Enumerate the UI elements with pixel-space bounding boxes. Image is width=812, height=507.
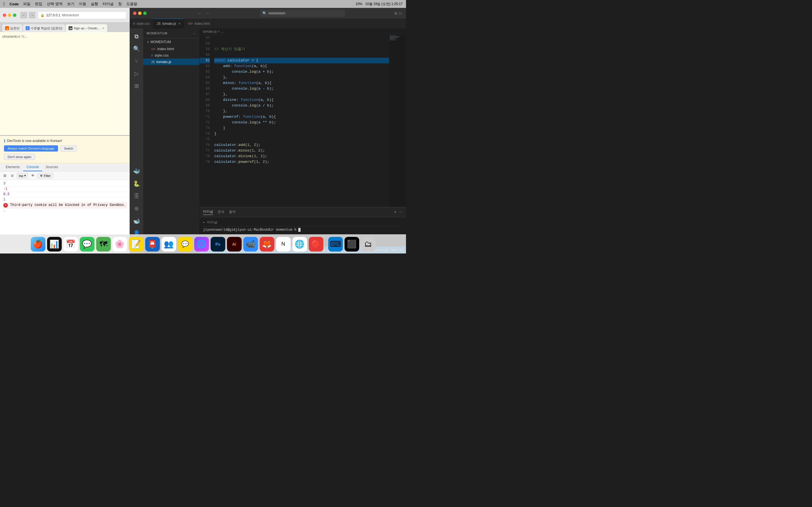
- dock-talk[interactable]: 💬: [178, 237, 193, 251]
- menu-go[interactable]: 이동: [79, 1, 86, 6]
- back-button[interactable]: ←: [20, 12, 27, 18]
- activity-database[interactable]: 🗄: [131, 190, 142, 202]
- menu-view[interactable]: 보기: [67, 1, 74, 6]
- apple-icon[interactable]: : [3, 1, 5, 6]
- dock-zoom[interactable]: 📹: [243, 237, 258, 251]
- dock-mail[interactable]: 📮: [145, 237, 160, 251]
- notification-buttons: Always match Chrome's language Switch: [4, 145, 125, 152]
- level-select[interactable]: top ▾: [17, 173, 28, 178]
- sidebar-filename-html: index.html: [157, 47, 174, 51]
- dock-notes[interactable]: 📝: [129, 237, 144, 251]
- dock-messages[interactable]: 💬: [80, 237, 94, 251]
- dock-app2[interactable]: 🔴: [309, 237, 323, 251]
- menu-terminal[interactable]: 터미널: [103, 1, 114, 6]
- code-content[interactable]: // 계산기 만들기 const calculator = { add: fun…: [212, 35, 389, 207]
- menu-edit[interactable]: 편집: [35, 1, 42, 6]
- terminal-prompt-line[interactable]: jiyoonsworld@gimjiyun-ui-MacBookAir mome…: [203, 228, 403, 232]
- sidebar-section-text: MOMENTUM: [151, 40, 171, 44]
- browser-tab-1[interactable]: Z 수준별 학습반 (입문반): [23, 24, 65, 32]
- dock-chrome[interactable]: 🌐: [292, 237, 307, 251]
- dont-show-again-button[interactable]: Don't show again: [4, 154, 35, 160]
- devtools-tab-elements[interactable]: Elements: [2, 163, 23, 171]
- terminal-instance: ▸ 터미널: [203, 219, 403, 227]
- vscode-close-button[interactable]: [133, 11, 137, 15]
- terminal-cursor: [298, 228, 301, 232]
- activity-explorer[interactable]: ⧉: [131, 31, 142, 42]
- split-editor-icon[interactable]: ⧉: [395, 11, 397, 16]
- tab-style-css[interactable]: # style.css: [130, 18, 153, 29]
- activity-python[interactable]: 🐍: [131, 178, 142, 189]
- tab-tomato-js[interactable]: JS tomato.js ✕: [153, 18, 185, 29]
- browser-tab-2[interactable]: ☁ Sign up – Cloudc... ✕: [66, 24, 107, 32]
- devtools-toolbar: ⊞ ⊘ top ▾ 👁 ⊛ Filter: [0, 172, 130, 180]
- devtools-icon-2[interactable]: ⊘: [10, 173, 15, 178]
- activity-debug[interactable]: ▷: [131, 68, 142, 79]
- forward-button[interactable]: →: [29, 12, 36, 18]
- dock-finder[interactable]: 🍎: [31, 237, 45, 251]
- sidebar-section-title[interactable]: ▼ MOMENTUM: [143, 38, 199, 46]
- sidebar-menu-icon[interactable]: ···: [193, 32, 196, 35]
- dock-photos[interactable]: 🌸: [112, 237, 127, 251]
- activity-search[interactable]: 🔍: [131, 43, 142, 54]
- tab-close-icon[interactable]: ✕: [102, 27, 104, 30]
- dock-calendar[interactable]: 📅: [63, 237, 78, 251]
- close-button[interactable]: [3, 13, 6, 17]
- dock-terminal[interactable]: ⬛: [345, 237, 359, 251]
- sidebar-file-style-css[interactable]: # style.css: [143, 52, 199, 59]
- terminal-tab-terminal[interactable]: 터미널: [203, 209, 213, 215]
- sidebar-file-index-html[interactable]: </> index.html: [143, 46, 199, 52]
- menu-help[interactable]: 도움말: [126, 1, 137, 6]
- activity-docker[interactable]: 🐋: [131, 215, 142, 226]
- minimize-button[interactable]: [8, 13, 11, 17]
- code-line-70: },: [214, 108, 389, 114]
- devtools-tab-console[interactable]: Console: [23, 163, 42, 171]
- menu-window[interactable]: 창: [118, 1, 122, 6]
- address-bar[interactable]: 🔒 127.0.0.1 Momentum: [38, 11, 126, 19]
- sidebar-file-tomato-js[interactable]: JS tomato.js: [143, 59, 199, 65]
- level-select-text: top: [19, 174, 23, 177]
- vscode-search-bar[interactable]: 🔍 momentum: [260, 10, 345, 17]
- dock-illustrator[interactable]: Ai: [227, 237, 242, 251]
- terminal-more-icon[interactable]: ···: [399, 210, 403, 215]
- vscode-maximize-button[interactable]: [143, 11, 147, 15]
- maximize-button[interactable]: [13, 13, 16, 17]
- dock-notion[interactable]: N: [276, 237, 291, 251]
- vscode-minimize-button[interactable]: [138, 11, 142, 15]
- devtools-icon-1[interactable]: ⊞: [2, 173, 7, 178]
- menu-code[interactable]: Code: [10, 2, 19, 6]
- activity-layers[interactable]: ⊛: [131, 203, 142, 214]
- terminal-tab-output[interactable]: 출력: [229, 210, 236, 215]
- switch-button[interactable]: Switch: [60, 145, 77, 152]
- tab-close-js-icon[interactable]: ✕: [178, 22, 181, 25]
- dock-app1[interactable]: 🦊: [260, 237, 274, 251]
- dock-contacts[interactable]: 👥: [161, 237, 176, 251]
- dock-photoshop[interactable]: Ps: [211, 237, 225, 251]
- run-icon[interactable]: ▷: [400, 11, 403, 16]
- menu-run[interactable]: 실행: [91, 1, 98, 6]
- menu-file[interactable]: 파일: [23, 1, 31, 6]
- activity-extensions[interactable]: ⊞: [131, 80, 142, 92]
- console-line-2: 0.5: [2, 192, 127, 197]
- tab-index-html[interactable]: </> index.html: [185, 18, 213, 29]
- always-match-button[interactable]: Always match Chrome's language: [4, 145, 58, 152]
- dock-finder2[interactable]: 🗂: [361, 237, 375, 251]
- activity-remote[interactable]: 🐳: [131, 166, 142, 177]
- dock-arc[interactable]: 🌐: [194, 237, 209, 251]
- dock-vscode[interactable]: ⌨: [328, 237, 343, 251]
- vscode-back-button[interactable]: ←: [196, 11, 203, 15]
- vscode-forward-button[interactable]: →: [204, 11, 211, 15]
- terminal-tab-problems[interactable]: 문제: [218, 210, 224, 215]
- dock-launchpad[interactable]: 📊: [47, 237, 62, 251]
- expand-console-row[interactable]: ›: [2, 209, 127, 214]
- terminal-add-icon[interactable]: +: [394, 210, 396, 215]
- menu-select[interactable]: 선택 영역: [47, 1, 63, 6]
- browser-tab-0[interactable]: 🔥 입문반: [2, 24, 22, 32]
- filter-button[interactable]: ⊛ Filter: [38, 173, 53, 178]
- devtools-tab-sources[interactable]: Sources: [42, 163, 61, 171]
- activity-git[interactable]: ⑂: [131, 55, 142, 67]
- eye-icon[interactable]: 👁: [30, 173, 35, 178]
- menubar:  Code 파일 편집 선택 영역 보기 이동 실행 터미널 창 도움말 10…: [0, 0, 406, 8]
- dock-maps[interactable]: 🗺: [96, 237, 111, 251]
- error-message: Third-party cookie will be blocked in of…: [10, 203, 126, 207]
- code-area[interactable]: 57 58 59 60 61 62 63 64 65 66 67 68 69 7…: [200, 35, 406, 207]
